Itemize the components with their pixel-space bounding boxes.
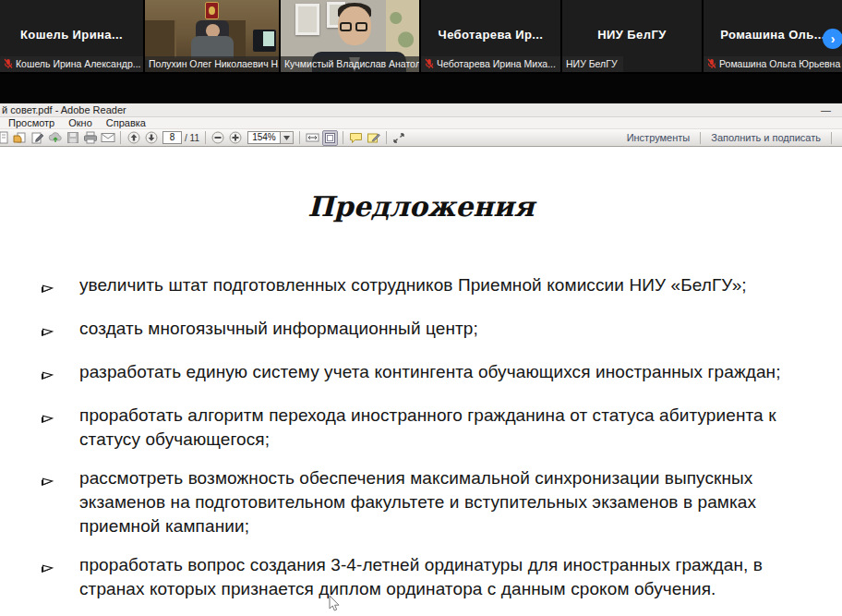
list-item: разработать единую систему учета континг… — [41, 360, 801, 389]
document-title: Предложения — [0, 190, 842, 223]
bullet-arrow-icon — [41, 278, 55, 302]
list-item-text: увеличить штат подготовленных сотруднико… — [79, 273, 747, 297]
participant-tile[interactable]: Полухин Олег Николаевич Н... — [145, 0, 279, 72]
participant-display-name: Кошель Ирина... — [0, 28, 143, 42]
zoom-out-button[interactable] — [210, 130, 226, 146]
bullet-arrow-icon — [41, 471, 55, 495]
participant-footer-label: Ромашина Ольга Юрьевна — [704, 56, 842, 72]
participant-footer-label: НИУ БелГУ — [562, 56, 623, 72]
comment-panel-button[interactable]: К — [832, 132, 842, 143]
toolbar: 8 / 11 154% Инст — [0, 129, 842, 147]
comment-bubble-icon[interactable] — [348, 130, 364, 146]
participant-tile[interactable]: Ромашина Оль... Ромашина Ольга Юрьевна — [704, 0, 842, 72]
fit-width-button[interactable] — [305, 130, 320, 146]
bullet-arrow-icon — [41, 321, 55, 345]
email-icon[interactable] — [100, 130, 115, 146]
bullet-arrow-icon — [41, 365, 55, 389]
zoom-level-input[interactable]: 154% — [247, 131, 281, 144]
menu-window[interactable]: Окно — [68, 117, 92, 128]
toolbar-separator — [299, 131, 300, 144]
list-item: увеличить штат подготовленных сотруднико… — [41, 273, 801, 302]
tools-button[interactable]: Инструменты — [617, 132, 701, 143]
participant-display-name: Ромашина Оль... — [704, 28, 842, 42]
previous-page-button[interactable] — [126, 130, 141, 146]
participant-display-name: НИУ БелГУ — [562, 28, 702, 42]
list-item: проработать вопрос создания 3-4-летней о… — [41, 553, 801, 601]
next-page-button[interactable] — [143, 130, 159, 146]
toolbar-separator — [205, 131, 206, 144]
reading-mode-button[interactable] — [391, 130, 407, 146]
participant-footer-label: Чеботарева Ирина Миха... — [421, 56, 560, 72]
menu-view[interactable]: Просмотр — [8, 117, 54, 128]
document-icon[interactable] — [0, 130, 10, 146]
zoom-dropdown-button[interactable] — [281, 131, 294, 144]
adobe-reader-window: й совет.pdf - Adobe Reader — Просмотр Ок… — [0, 103, 842, 616]
window-title: й совет.pdf - Adobe Reader — [2, 104, 126, 115]
page-total-label: / 11 — [185, 133, 199, 143]
menu-help[interactable]: Справка — [106, 117, 146, 128]
mouse-cursor-icon — [329, 595, 341, 616]
toolbar-separator — [120, 131, 121, 144]
bullet-arrow-icon — [41, 558, 55, 582]
list-item-text: разработать единую систему учета континг… — [79, 360, 781, 384]
annotate-note-icon[interactable] — [366, 130, 381, 146]
open-file-icon[interactable] — [12, 130, 28, 146]
menu-bar: Просмотр Окно Справка — [0, 117, 842, 129]
muted-mic-icon — [707, 58, 716, 69]
bullet-arrow-icon — [41, 408, 55, 432]
participant-tile[interactable]: Чеботарева Ир... Чеботарева Ирина Миха..… — [421, 0, 560, 72]
save-icon[interactable] — [65, 130, 80, 146]
list-item-text: проработать вопрос создания 3-4-летней о… — [79, 553, 801, 601]
toolbar-separator — [343, 131, 343, 144]
page-number-input[interactable]: 8 — [162, 131, 182, 144]
pdf-page: Предложения увеличить штат подготовленны… — [0, 147, 842, 616]
participant-footer-label: Кучмистый Владислав Анатол... — [281, 56, 419, 72]
toolbar-right-group: Инструменты Заполнить и подписать К — [617, 129, 842, 146]
list-item: рассмотреть возможность обеспечения макс… — [41, 466, 801, 538]
list-item: создать многоязычный информационный цент… — [41, 317, 801, 345]
muted-mic-icon — [4, 58, 13, 69]
window-title-bar[interactable]: й совет.pdf - Adobe Reader — — [0, 103, 842, 117]
participant-tile[interactable]: НИУ БелГУ НИУ БелГУ — [562, 0, 702, 72]
participant-display-name: Чеботарева Ир... — [421, 28, 560, 42]
participant-footer-label: Полухин Олег Николаевич Н... — [145, 56, 279, 72]
fit-page-button[interactable] — [322, 130, 338, 146]
sign-pen-icon[interactable] — [30, 130, 45, 146]
participant-tile[interactable]: Кошель Ирина... Кошель Ирина Александр..… — [0, 0, 143, 72]
list-item-text: создать многоязычный информационный цент… — [79, 317, 478, 341]
participant-tile-active-speaker[interactable]: Кучмистый Владислав Анатол... — [281, 0, 419, 72]
fill-and-sign-button[interactable]: Заполнить и подписать — [701, 132, 831, 143]
toolbar-separator — [386, 131, 387, 144]
next-participants-button[interactable]: › — [823, 29, 842, 49]
list-item: проработать алгоритм перехода иностранно… — [41, 404, 801, 452]
coat-of-arms — [205, 2, 219, 19]
list-item-text: рассмотреть возможность обеспечения макс… — [79, 466, 801, 538]
zoom-in-button[interactable] — [228, 130, 244, 146]
proposal-list: увеличить штат подготовленных сотруднико… — [41, 273, 801, 616]
minimize-button[interactable]: — — [821, 103, 831, 116]
participant-strip: Кошель Ирина... Кошель Ирина Александр..… — [0, 0, 842, 74]
print-icon[interactable] — [82, 130, 98, 146]
cloud-upload-icon[interactable] — [47, 130, 63, 146]
muted-mic-icon — [425, 58, 434, 69]
monitor — [253, 30, 276, 52]
list-item-text: проработать алгоритм перехода иностранно… — [79, 404, 801, 452]
participant-footer-label: Кошель Ирина Александр... — [0, 56, 143, 72]
